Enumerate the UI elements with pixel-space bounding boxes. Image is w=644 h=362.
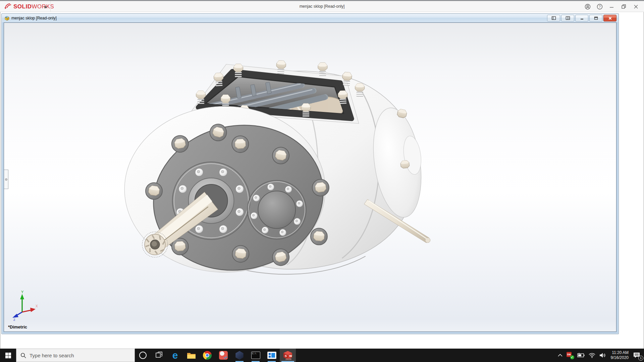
search-input[interactable] [30,353,123,358]
notification-badge: 1 [638,356,643,361]
pane-left-icon [551,16,556,20]
svg-text:S: S [285,354,287,358]
tray-expand-button[interactable] [556,349,565,362]
close-button[interactable] [630,2,642,11]
doc-close-button[interactable] [603,15,616,21]
edge-button[interactable]: e [167,349,183,362]
doc-restore-icon [594,16,598,20]
clock-time: 11:20 AM [611,350,629,355]
feature-tree-collapsed-tab[interactable] [4,170,8,189]
taskbar: e ✂ C:\ S W 2020 [0,349,644,362]
solidworks-2020-icon: S W 2020 [283,350,293,360]
solidworks-2020-button[interactable]: S W 2020 [280,349,296,362]
app-title: menjac sklop [Read-only] [0,1,644,12]
mdi-area: menjac sklop [Read-only] [0,12,644,349]
doc-close-icon [608,16,612,20]
svg-text:2020: 2020 [285,358,291,360]
search-icon [20,353,26,358]
restore-button[interactable] [618,2,630,11]
chevron-up-icon [558,354,562,357]
capture-tool-icon: ✂ [219,351,228,360]
hexagon-app-icon [235,351,244,360]
edge-icon: e [172,350,178,360]
document-titlebar[interactable]: menjac sklop [Read-only] [2,14,618,22]
3d-viewport[interactable]: Y X Z *Dimetric [4,22,616,332]
chrome-button[interactable] [199,349,215,362]
media-player-button[interactable] [264,349,280,362]
orientation-triad: Y X Z [10,290,39,321]
wifi-tray[interactable] [587,349,597,362]
cortana-button[interactable] [135,349,151,362]
chrome-icon [203,351,212,360]
document-window: menjac sklop [Read-only] [1,13,619,334]
document-title: menjac sklop [Read-only] [11,16,57,20]
menu-flyout-arrow-icon[interactable]: ▶ [44,4,48,9]
minimize-button[interactable] [606,2,618,11]
svg-text:?: ? [599,5,601,8]
window-controls: ? [582,1,642,12]
triad-y-label: Y [21,290,24,294]
task-view-button[interactable] [151,349,167,362]
splitter-dot-icon [5,178,7,181]
triad-z-label: Z [13,318,15,321]
capture-tool-button[interactable]: ✂ [215,349,231,362]
solidworks-shield-icon: SW✓ [567,352,573,359]
app-titlebar[interactable]: SOLIDWORKS ▶ menjac sklop [Read-only] ? [0,1,644,12]
task-view-icon [155,351,163,359]
triad-x-label: X [36,304,38,308]
solidworks-logo-mark [3,3,12,10]
taskbar-search[interactable] [16,349,135,362]
restore-icon [621,4,627,9]
assembly-icon [4,15,10,21]
battery-icon [577,353,585,358]
media-player-icon [267,352,276,359]
action-center-button[interactable]: 1 [631,349,644,362]
file-explorer-icon [187,352,196,359]
windows-logo-icon [5,353,11,358]
account-icon [585,4,591,10]
doc-pane-right-button[interactable] [561,15,574,21]
cortana-icon [139,352,147,359]
wifi-icon [589,353,595,358]
close-icon [633,4,639,9]
speaker-icon [599,353,606,358]
doc-restore-button[interactable] [589,15,602,21]
clock-date: 9/16/2020 [611,355,629,360]
system-tray: SW✓ [556,349,644,362]
command-prompt-button[interactable]: C:\ [248,349,264,362]
doc-minimize-button[interactable] [575,15,588,21]
battery-tray[interactable] [575,349,587,362]
start-button[interactable] [0,349,16,362]
taskbar-clock[interactable]: 11:20 AM 9/16/2020 [608,350,631,360]
document-window-controls [547,15,616,21]
solidworks-window: SOLIDWORKS ▶ menjac sklop [Read-only] ? [0,0,644,362]
doc-pane-left-button[interactable] [547,15,560,21]
help-button[interactable]: ? [594,2,606,11]
help-icon: ? [597,4,603,10]
file-explorer-button[interactable] [183,349,199,362]
hexagon-app-button[interactable] [231,349,248,362]
doc-minimize-icon [580,16,584,20]
command-prompt-icon: C:\ [251,352,260,359]
minimize-icon [609,4,614,9]
volume-tray[interactable] [597,349,608,362]
titlebar-divider [50,1,51,12]
account-button[interactable] [582,2,594,11]
solidworks-monitor-tray[interactable]: SW✓ [565,349,575,362]
gearbox-model[interactable] [4,23,616,331]
pane-right-icon [566,16,570,20]
svg-text:W: W [289,354,292,358]
view-orientation-label: *Dimetric [8,324,27,329]
